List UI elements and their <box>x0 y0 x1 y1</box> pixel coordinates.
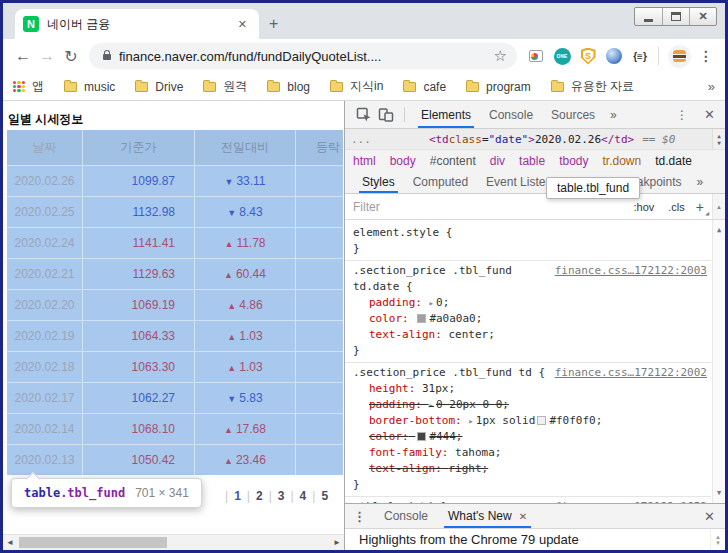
breadcrumb-tooltip: table.tbl_fund <box>546 177 640 199</box>
folder-icon <box>203 82 216 92</box>
css-property[interactable]: padding: ▸0; <box>345 295 711 311</box>
tab-close-icon[interactable]: ✕ <box>519 511 527 522</box>
css-property-overridden[interactable]: text-align: right; <box>345 461 711 477</box>
drawer-menu-icon[interactable]: ⋮ <box>345 504 374 528</box>
shield-extension-icon[interactable]: S <box>578 46 598 66</box>
css-property[interactable]: font-family: tahoma; <box>345 445 711 461</box>
lock-icon <box>103 54 111 60</box>
crumb-tr-down[interactable]: tr.down <box>602 154 641 168</box>
back-icon[interactable]: ← <box>11 47 35 65</box>
css-property-overridden[interactable]: padding: ▸0 20px 0 0; <box>345 397 711 413</box>
style-rule-td[interactable]: .section_price .tbl_fund td { finance.cs… <box>345 362 711 496</box>
forward-icon[interactable]: → <box>35 47 59 65</box>
tab-elements[interactable]: Elements <box>412 101 480 128</box>
style-rule-td-date[interactable]: .section_price .tbl_fund finance.css…172… <box>345 260 711 362</box>
onetab-extension-icon[interactable]: ONE <box>552 46 572 66</box>
inspect-element-icon[interactable] <box>353 101 375 128</box>
new-style-rule-button[interactable]: + <box>696 199 704 215</box>
page-content: 일별 시세정보 날짜 기준가 전일대비 등락 2020.02.26 1099.8… <box>3 101 344 550</box>
daily-quote-table: 날짜 기준가 전일대비 등락 2020.02.26 1099.87 ▼33.11… <box>7 130 343 476</box>
tab-console[interactable]: Console <box>480 101 542 128</box>
bookmark-folder-cafe[interactable]: cafe <box>403 80 446 94</box>
crumb-td-date[interactable]: td.date <box>655 154 692 168</box>
tab-styles[interactable]: Styles <box>353 171 404 193</box>
new-tab-button[interactable]: + <box>269 15 278 33</box>
stylesheet-link[interactable]: finance.css…172122:1652 <box>555 499 711 503</box>
styles-scroll-up-icon[interactable]: ▲ <box>712 194 725 219</box>
bookmark-star-icon[interactable]: ☆ <box>494 47 507 65</box>
css-property[interactable]: height: 31px; <box>345 381 711 397</box>
tab-sources[interactable]: Sources <box>542 101 604 128</box>
cls-toggle[interactable]: .cls <box>668 201 685 213</box>
dom-scrollbar[interactable]: ▲▼ <box>712 129 725 149</box>
hov-toggle[interactable]: :hov <box>634 201 655 213</box>
style-rule-tbl-fund-td[interactable]: .tbl_fund td { finance.css…172122:1652 <box>345 496 711 503</box>
json-extension-icon[interactable]: {≡} <box>630 46 650 66</box>
scroll-left-icon[interactable]: ◄ <box>3 538 17 547</box>
drawer-scrollbar[interactable]: ▲▼ <box>710 529 725 550</box>
tab-title: 네이버 금융 <box>47 16 234 33</box>
styles-scrollbar[interactable]: ▲ ▼ <box>712 220 725 503</box>
bookmark-folder-drive[interactable]: Drive <box>135 80 183 94</box>
crumb-table[interactable]: table <box>519 154 545 168</box>
bookmark-folder-useful[interactable]: 유용한 자료 <box>551 78 634 95</box>
close-button[interactable]: ✕ <box>689 8 716 25</box>
scrollbar-thumb[interactable] <box>19 537 167 548</box>
device-toolbar-icon[interactable] <box>375 101 397 128</box>
style-rule-element[interactable]: element.style { } <box>345 223 711 260</box>
dom-ellipsis[interactable]: ... <box>351 133 371 146</box>
drawer-close-icon[interactable]: ✕ <box>694 509 725 524</box>
scroll-right-icon[interactable]: ► <box>330 538 344 547</box>
tooltip-class-name: .tbl_fund <box>60 486 125 500</box>
page-number-4[interactable]: 4 <box>300 489 307 503</box>
bookmark-folder-remote[interactable]: 원격 <box>203 78 247 95</box>
profile-avatar[interactable] <box>668 45 691 68</box>
filter-input[interactable] <box>353 200 627 214</box>
css-property[interactable]: text-align: center; <box>345 327 711 343</box>
stylesheet-link[interactable]: finance.css…172122:2003 <box>555 263 711 279</box>
crumb-tbody[interactable]: tbody <box>559 154 588 168</box>
bookmark-apps[interactable]: 앱 <box>13 78 44 95</box>
bookmark-folder-blog[interactable]: blog <box>267 80 310 94</box>
bookmarks-overflow-icon[interactable]: » <box>708 79 715 94</box>
more-sidebar-tabs-icon[interactable]: » <box>690 171 709 193</box>
minimize-button[interactable] <box>635 8 662 25</box>
url-text[interactable]: finance.naver.com/fund/fundDailyQuoteLis… <box>119 49 488 64</box>
up-triangle-icon: ▲ <box>224 456 233 466</box>
omnibox[interactable]: finance.naver.com/fund/fundDailyQuoteLis… <box>89 43 517 69</box>
bookmark-folder-program[interactable]: program <box>466 80 531 94</box>
crumb-body[interactable]: body <box>390 154 416 168</box>
page-number-2[interactable]: 2 <box>256 489 263 503</box>
css-property-overridden[interactable]: color: #444; <box>345 429 711 445</box>
sphere-extension-icon[interactable] <box>604 46 624 66</box>
crumb-html[interactable]: html <box>353 154 376 168</box>
bookmark-folder-music[interactable]: music <box>64 80 115 94</box>
devtools-menu-icon[interactable]: ⋮ <box>670 108 694 122</box>
tab-close-icon[interactable]: ✕ <box>234 16 251 33</box>
chrome-menu-icon[interactable]: ⋮ <box>699 48 713 64</box>
reload-icon[interactable]: ↻ <box>59 47 83 66</box>
more-tabs-icon[interactable]: » <box>604 101 623 128</box>
horizontal-scrollbar[interactable]: ◄ ► <box>3 534 344 550</box>
color-swatch <box>537 416 546 425</box>
up-triangle-icon: ▲ <box>227 332 236 342</box>
bookmark-folder-jisikin[interactable]: 지식in <box>330 78 383 95</box>
page-number-5[interactable]: 5 <box>321 489 328 503</box>
page-number-1[interactable]: 1 <box>234 489 241 503</box>
screenshot-extension-icon[interactable] <box>526 46 546 66</box>
sidebar-tabs: Styles Computed Event Listeners DOM Brea… <box>345 171 725 194</box>
dom-selected-node[interactable]: ... <td class="date">2020.02.26</td> == … <box>345 129 725 149</box>
maximize-button[interactable] <box>662 8 689 25</box>
toolbar-divider <box>658 47 659 65</box>
crumb-content[interactable]: #content <box>430 154 476 168</box>
css-property[interactable]: color: #a0a0a0; <box>345 311 711 327</box>
drawer-tab-console[interactable]: Console <box>374 504 438 528</box>
browser-tab[interactable]: N 네이버 금융 ✕ <box>15 9 259 39</box>
css-property[interactable]: border-bottom: ▸1px solid#f0f0f0; <box>345 413 711 429</box>
drawer-tab-whats-new[interactable]: What's New ✕ <box>438 504 537 528</box>
devtools-close-icon[interactable]: ✕ <box>694 107 725 122</box>
crumb-div[interactable]: div <box>490 154 505 168</box>
page-number-3[interactable]: 3 <box>278 489 285 503</box>
tab-computed[interactable]: Computed <box>404 171 477 193</box>
stylesheet-link[interactable]: finance.css…172122:2002 <box>555 365 711 381</box>
